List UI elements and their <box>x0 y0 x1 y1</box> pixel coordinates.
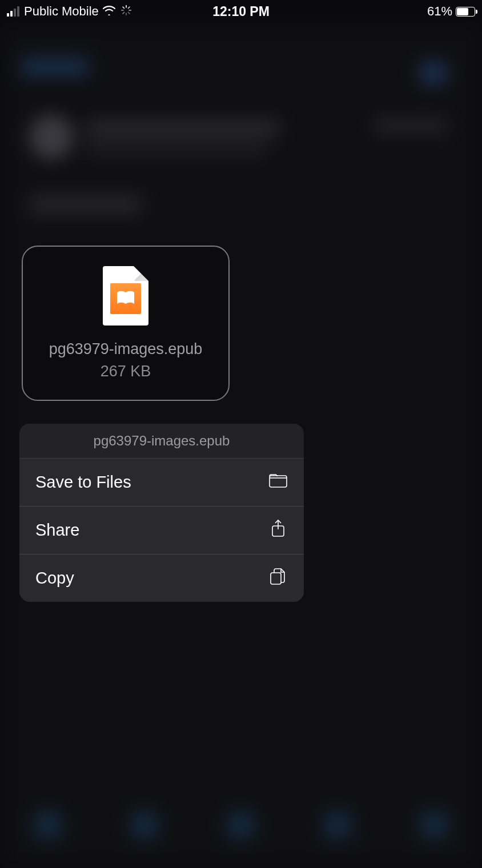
menu-item-share[interactable]: Share <box>19 507 304 554</box>
status-bar: Public Mobile <box>0 0 482 23</box>
file-size-label: 267 KB <box>101 363 151 380</box>
menu-item-save-to-files[interactable]: Save to Files <box>19 459 304 507</box>
svg-line-6 <box>123 12 124 13</box>
svg-line-4 <box>123 7 124 8</box>
context-menu-title: pg63979-images.epub <box>19 424 304 459</box>
file-attachment-preview[interactable]: pg63979-images.epub 267 KB <box>22 246 230 401</box>
battery-icon <box>456 7 475 17</box>
menu-item-label: Save to Files <box>35 473 131 492</box>
battery-percent-label: 61% <box>427 4 452 19</box>
cellular-signal-icon <box>7 6 19 17</box>
copy-icon <box>268 567 288 589</box>
status-left: Public Mobile <box>7 4 132 19</box>
context-menu: pg63979-images.epub Save to Files Share <box>19 424 304 602</box>
svg-line-7 <box>128 7 129 8</box>
status-right: 61% <box>427 4 475 19</box>
file-name-label: pg63979-images.epub <box>49 340 203 358</box>
svg-rect-8 <box>270 476 287 487</box>
clock-label: 12:10 PM <box>212 4 270 19</box>
svg-line-5 <box>128 12 129 13</box>
menu-item-copy[interactable]: Copy <box>19 554 304 602</box>
folder-icon <box>268 471 288 493</box>
carrier-label: Public Mobile <box>24 4 99 19</box>
loading-spinner-icon <box>120 5 132 19</box>
epub-file-icon <box>103 266 148 326</box>
menu-item-label: Copy <box>35 569 74 588</box>
svg-rect-11 <box>271 573 281 584</box>
book-icon <box>116 290 135 307</box>
menu-item-label: Share <box>35 521 79 540</box>
wifi-icon <box>102 4 116 19</box>
share-icon <box>268 519 288 541</box>
